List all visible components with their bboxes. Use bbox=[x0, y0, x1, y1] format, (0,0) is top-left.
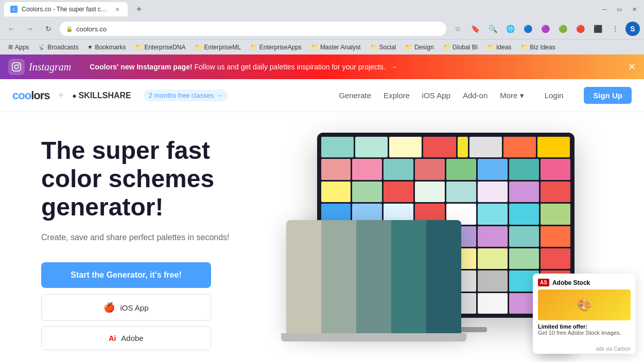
hero-subtitle: Create, save and share perfect palettes … bbox=[41, 231, 257, 244]
hero-left: The super fast color schemes generator! … bbox=[41, 136, 257, 356]
ad-footer: ads via Carbon bbox=[533, 344, 636, 354]
nav-links: Generate Explore iOS App Add-on More ▾ L… bbox=[339, 87, 632, 104]
banner-description: Follow us and get daily palettes inspira… bbox=[195, 63, 386, 71]
logo-area: coolors + ● SKILLSHARE 2 months free cla… bbox=[12, 89, 228, 102]
bookmark-design[interactable]: 📁 Design bbox=[401, 43, 438, 52]
extension-icon-8[interactable]: ⬛ bbox=[590, 22, 605, 36]
bookmark-apps[interactable]: ⊞ Apps bbox=[4, 43, 33, 52]
bookmark-ideas[interactable]: 📁 Ideas bbox=[483, 43, 515, 52]
broadcasts-icon: 📡 bbox=[38, 44, 45, 50]
ad-image[interactable]: 🎨 bbox=[538, 289, 631, 320]
restore-button[interactable]: ▭ bbox=[614, 5, 625, 14]
new-tab-button[interactable]: + bbox=[132, 2, 146, 16]
hero-title: The super fast color schemes generator! bbox=[41, 136, 257, 222]
banner-text: Coolors' new Instagram page! Follow us a… bbox=[90, 63, 397, 71]
folder-icon-2: 📁 bbox=[195, 44, 202, 50]
banner-arrow-icon: → bbox=[391, 63, 398, 71]
bookmark-social-label: Social bbox=[379, 44, 396, 51]
browser-tab[interactable]: C Coolors.co - The super fast color... ✕ bbox=[4, 2, 128, 16]
tab-close-button[interactable]: ✕ bbox=[113, 5, 121, 13]
apple-icon: 🍎 bbox=[103, 302, 115, 313]
security-icon: 🔒 bbox=[66, 26, 73, 32]
ad-offer: Limited time offer: bbox=[538, 323, 631, 330]
extension-icon-5[interactable]: 🟣 bbox=[538, 22, 552, 36]
bookmark-enterprisedna-label: EnterpriseDNA bbox=[144, 44, 185, 51]
profile-avatar[interactable]: S bbox=[625, 22, 640, 36]
palette-row-1 bbox=[321, 137, 570, 157]
nav-signup-button[interactable]: Sign Up bbox=[584, 87, 632, 104]
bookmark-social[interactable]: 📁 Social bbox=[366, 43, 401, 52]
bookmark-masteranalyst-label: Master Analyst bbox=[320, 44, 361, 51]
extension-icon-6[interactable]: 🟢 bbox=[555, 22, 570, 36]
palette-row-3 bbox=[321, 182, 570, 202]
banner-close-button[interactable]: ✕ bbox=[628, 61, 636, 73]
ad-title: Adobe Stock bbox=[552, 279, 590, 286]
ad-widget: AS Adobe Stock 🎨 Limited time offer: Get… bbox=[533, 274, 636, 354]
nav-explore[interactable]: Explore bbox=[384, 91, 410, 100]
free-classes-badge[interactable]: 2 months free classes → bbox=[144, 89, 228, 101]
back-button[interactable]: ← bbox=[4, 22, 19, 36]
ios-app-button[interactable]: 🍎 iOS App bbox=[41, 294, 211, 321]
extension-icon-1[interactable]: 🔖 bbox=[468, 22, 482, 36]
address-bar[interactable]: 🔒 coolors.co bbox=[60, 22, 446, 36]
instagram-wordmark: Instagram bbox=[29, 61, 71, 73]
folder-icon-7: 📁 bbox=[443, 44, 450, 50]
minimize-button[interactable]: ─ bbox=[599, 5, 610, 14]
bookmark-apps-label: Apps bbox=[15, 44, 29, 51]
adobe-stock-logo: AS bbox=[538, 279, 549, 286]
start-generator-button[interactable]: Start the Generator, it's free! bbox=[41, 262, 211, 288]
folder-icon-8: 📁 bbox=[487, 44, 494, 50]
bookmark-broadcasts[interactable]: 📡 Broadcasts bbox=[34, 43, 82, 52]
ad-logo-row: AS Adobe Stock bbox=[538, 279, 631, 286]
laptop-base bbox=[281, 333, 466, 341]
ios-app-label: iOS App bbox=[120, 303, 148, 312]
bookmark-broadcasts-label: Broadcasts bbox=[47, 44, 78, 51]
bookmark-enterpriseapps[interactable]: 📁 EnterpriseApps bbox=[246, 43, 306, 52]
adobe-label: Adobe bbox=[121, 334, 143, 342]
bookmarks-icon: ★ bbox=[88, 44, 93, 50]
bookmark-globalbi[interactable]: 📁 Global BI bbox=[439, 43, 482, 52]
browser-toolbar: ← → ↻ 🔒 coolors.co ☆ 🔖 🔍 🌐 🔵 🟣 🟢 🔴 ⬛ ⋮ S bbox=[0, 19, 644, 39]
bookmark-bookmarks[interactable]: ★ Bookmarks bbox=[83, 43, 130, 52]
reload-button[interactable]: ↻ bbox=[41, 22, 56, 36]
bookmark-bizideas-label: Biz Ideas bbox=[530, 44, 555, 51]
extension-icon-4[interactable]: 🔵 bbox=[520, 22, 535, 36]
nav-generate[interactable]: Generate bbox=[339, 91, 371, 100]
ad-description: Get 10 free Adobe Stock images. bbox=[538, 330, 631, 336]
close-button[interactable]: ✕ bbox=[629, 5, 640, 14]
laptop-color-5 bbox=[426, 220, 461, 333]
nav-ios-app[interactable]: iOS App bbox=[422, 91, 450, 100]
palette-row-2 bbox=[321, 159, 570, 179]
tab-favicon: C bbox=[10, 6, 18, 13]
adobe-button[interactable]: Ai Adobe bbox=[41, 326, 211, 350]
plus-separator: + bbox=[58, 89, 64, 101]
extension-icon-3[interactable]: 🌐 bbox=[503, 22, 517, 36]
coolors-logo[interactable]: coolors bbox=[12, 89, 49, 102]
instagram-logo-area: Instagram bbox=[8, 59, 71, 75]
instagram-circle-icon bbox=[8, 59, 25, 75]
laptop-device bbox=[286, 220, 461, 354]
bookmark-enterpriseml-label: EnterpriseML bbox=[204, 44, 240, 51]
extension-icon-7[interactable]: 🔴 bbox=[573, 22, 587, 36]
folder-icon-9: 📁 bbox=[520, 44, 528, 50]
bookmark-star-icon[interactable]: ☆ bbox=[450, 22, 465, 36]
extension-icon-2[interactable]: 🔍 bbox=[485, 22, 500, 36]
bookmark-bookmarks-label: Bookmarks bbox=[95, 44, 126, 51]
laptop-color-1 bbox=[286, 220, 321, 333]
forward-button[interactable]: → bbox=[23, 22, 37, 36]
nav-addon[interactable]: Add-on bbox=[463, 91, 488, 100]
skillshare-logo[interactable]: ● SKILLSHARE bbox=[72, 91, 131, 100]
more-options-icon[interactable]: ⋮ bbox=[608, 22, 622, 36]
address-url: coolors.co bbox=[76, 25, 440, 33]
laptop-color-4 bbox=[391, 220, 426, 333]
bookmark-enterprisedna[interactable]: 📁 EnterpriseDNA bbox=[131, 43, 189, 52]
bookmark-masteranalyst[interactable]: 📁 Master Analyst bbox=[307, 43, 365, 52]
browser-frame: C Coolors.co - The super fast color... ✕… bbox=[0, 0, 644, 362]
ad-content: AS Adobe Stock 🎨 Limited time offer: Get… bbox=[533, 274, 636, 344]
bookmark-enterpriseml[interactable]: 📁 EnterpriseML bbox=[190, 43, 245, 52]
folder-icon-6: 📁 bbox=[405, 44, 412, 50]
nav-more[interactable]: More ▾ bbox=[500, 91, 524, 100]
browser-titlebar: C Coolors.co - The super fast color... ✕… bbox=[0, 0, 644, 19]
bookmark-bizideas[interactable]: 📁 Biz Ideas bbox=[516, 43, 559, 52]
nav-login-button[interactable]: Login bbox=[536, 87, 572, 104]
